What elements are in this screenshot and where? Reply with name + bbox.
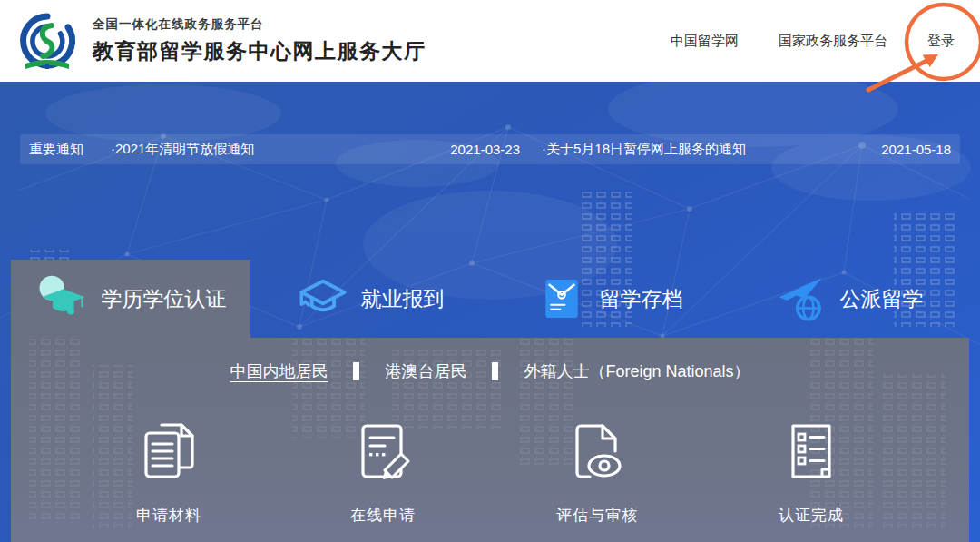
- graduation-cap-outline-icon: [297, 273, 348, 324]
- tab-label: 学历学位认证: [102, 285, 227, 313]
- documents-icon: [134, 418, 203, 487]
- login-button[interactable]: 登录: [927, 33, 955, 50]
- notice-link-qingming[interactable]: ·2021年清明节放假通知: [111, 141, 254, 158]
- link-national-gov-service-platform[interactable]: 国家政务服务平台: [779, 33, 887, 50]
- document-eye-icon: [563, 418, 632, 487]
- tab-government-sponsored-study[interactable]: 公派留学: [730, 260, 969, 338]
- tab-label: 公派留学: [840, 285, 924, 313]
- subnav-foreign-nationals[interactable]: 外籍人士（Foreign Nationals）: [524, 360, 750, 382]
- notice-date: 2021-03-23: [437, 142, 520, 157]
- form-pencil-icon: [348, 418, 417, 487]
- site-header: 全国一体化在线政务服务平台 教育部留学服务中心网上服务大厅 中国留学网 国家政务…: [0, 0, 980, 82]
- notice-bar: 重要通知 ·2021年清明节放假通知 2021-03-23 ·关于5月18日暂停…: [20, 134, 960, 164]
- step-label: 认证完成: [779, 505, 844, 526]
- step-label: 申请材料: [136, 505, 201, 526]
- process-steps: 申请材料 在线申请: [96, 418, 884, 526]
- link-china-study-abroad-net[interactable]: 中国留学网: [671, 33, 739, 50]
- platform-title: 全国一体化在线政务服务平台: [93, 16, 426, 33]
- step-label: 在线申请: [350, 505, 416, 526]
- hero-banner: 重要通知 ·2021年清明节放假通知 2021-03-23 ·关于5月18日暂停…: [0, 82, 980, 542]
- step-online-application: 在线申请: [310, 418, 456, 526]
- notice-link-service-suspension[interactable]: ·关于5月18日暂停网上服务的通知: [542, 141, 746, 158]
- header-nav: 中国留学网 国家政务服务平台 登录: [671, 33, 955, 50]
- tab-degree-certification[interactable]: 学历学位认证: [11, 260, 250, 338]
- page-title: 教育部留学服务中心网上服务大厅: [93, 37, 426, 65]
- step-label: 评估与审核: [556, 505, 638, 526]
- tab-employment-registration[interactable]: 就业报到: [250, 260, 490, 338]
- graduation-cap-teal-icon: [35, 272, 88, 325]
- subnav-hk-macao-taiwan-residents[interactable]: 港澳台居民: [385, 360, 466, 382]
- archive-envelope-icon: [537, 274, 586, 323]
- resident-type-subnav: 中国内地居民 港澳台居民 外籍人士（Foreign Nationals）: [11, 358, 969, 385]
- notice-label: 重要通知: [20, 141, 111, 158]
- step-certification-complete: 认证完成: [739, 418, 884, 526]
- study-abroad-service-center-logo: [15, 9, 80, 76]
- subnav-separator: [353, 362, 359, 380]
- tab-content-panel: 中国内地居民 港澳台居民 外籍人士（Foreign Nationals）: [11, 338, 969, 542]
- plane-globe-icon: [776, 273, 827, 324]
- service-tabs: 学历学位认证 就业报到 留学存档: [11, 260, 969, 338]
- notice-date: 2021-05-18: [868, 142, 951, 157]
- step-application-materials: 申请材料: [96, 418, 241, 526]
- tab-study-abroad-archive[interactable]: 留学存档: [490, 260, 730, 338]
- checklist-icon: [777, 418, 846, 487]
- subnav-separator: [492, 362, 498, 380]
- tab-label: 留学存档: [600, 285, 683, 313]
- notice-item: ·关于5月18日暂停网上服务的通知 2021-05-18: [542, 141, 960, 158]
- step-evaluation-review: 评估与审核: [524, 418, 670, 526]
- subnav-mainland-residents[interactable]: 中国内地居民: [230, 360, 328, 382]
- site-titles: 全国一体化在线政务服务平台 教育部留学服务中心网上服务大厅: [93, 16, 426, 65]
- notice-item: ·2021年清明节放假通知 2021-03-23: [111, 141, 520, 158]
- tab-label: 就业报到: [361, 285, 445, 313]
